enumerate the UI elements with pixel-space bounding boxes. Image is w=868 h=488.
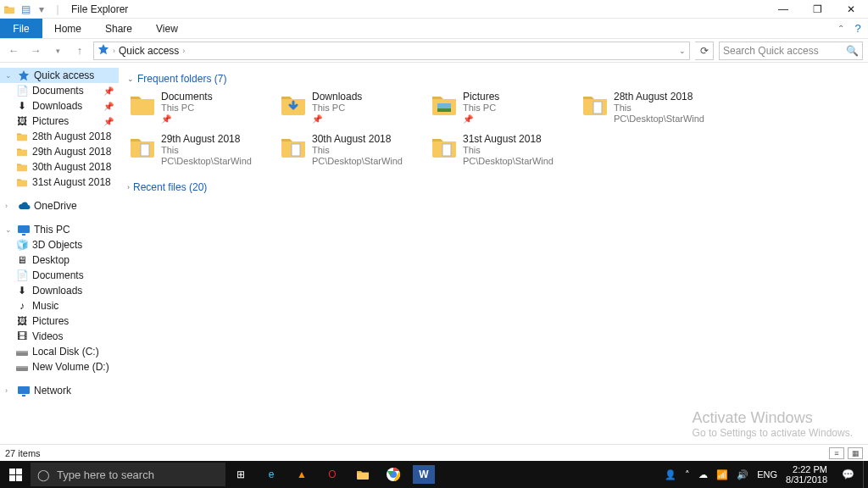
cloud-icon — [17, 200, 31, 212]
taskbar-clock[interactable]: 2:22 PM 8/31/2018 — [781, 464, 832, 485]
close-button[interactable]: ✕ — [834, 0, 868, 19]
taskbar-app-chrome[interactable] — [378, 461, 409, 488]
expand-icon[interactable]: › — [5, 386, 14, 395]
clock-date: 8/31/2018 — [786, 474, 827, 485]
sidebar-this-pc[interactable]: ⌄ This PC — [0, 222, 119, 237]
folder-item[interactable]: 30th August 2018 This PC\Desktop\StarWin… — [278, 132, 419, 169]
taskbar-search[interactable]: ◯ Type here to search — [31, 463, 225, 486]
details-view-button[interactable]: ≡ — [829, 447, 844, 459]
sidebar-item-label: Documents — [32, 269, 84, 281]
sidebar-item-label: Local Disk (C:) — [32, 346, 99, 358]
taskbar-app-word[interactable]: W — [413, 465, 435, 484]
folder-icon — [129, 92, 156, 119]
watermark-sub: Go to Settings to activate Windows. — [693, 427, 853, 439]
3d-icon: 🧊 — [15, 239, 29, 251]
start-button[interactable] — [0, 461, 31, 488]
sidebar-item-desktop[interactable]: 🖥 Desktop — [0, 252, 119, 268]
folder-icon — [280, 134, 307, 161]
sidebar-onedrive[interactable]: › OneDrive — [0, 198, 119, 214]
sidebar-item-videos[interactable]: 🎞 Videos — [0, 329, 119, 344]
sidebar-item-local-disk-c-[interactable]: Local Disk (C:) — [0, 344, 119, 359]
chevron-right-icon: › — [127, 183, 130, 191]
pin-icon: 📌 — [103, 102, 114, 111]
sidebar-item-label: Quick access — [34, 69, 94, 81]
tab-view[interactable]: View — [144, 19, 190, 38]
sidebar-item-label: Downloads — [32, 100, 82, 112]
network-icon — [17, 385, 31, 396]
folder-icon — [15, 147, 29, 157]
drive-icon — [15, 346, 29, 358]
qat-new-folder-icon[interactable]: ▾ — [35, 3, 48, 16]
tray-overflow-button[interactable]: ˄ — [685, 469, 690, 480]
folder-icon — [581, 92, 609, 119]
network-tray-icon[interactable]: 📶 — [716, 469, 728, 480]
breadcrumb[interactable]: Quick access — [119, 45, 179, 57]
folder-item[interactable]: Documents This PC 📌 — [127, 90, 268, 127]
taskbar-app-edge[interactable]: e — [256, 461, 287, 488]
sidebar-item-folder[interactable]: 28th August 2018 — [0, 129, 119, 144]
group-frequent-folders[interactable]: ⌄ Frequent folders (7) — [127, 73, 860, 85]
folder-item[interactable]: 29th August 2018 This PC\Desktop\StarWin… — [127, 132, 268, 169]
onedrive-tray-icon[interactable]: ☁ — [698, 469, 708, 480]
people-icon[interactable]: 👤 — [665, 469, 676, 480]
sidebar-item-documents[interactable]: 📄 Documents 📌 — [0, 83, 119, 98]
action-center-button[interactable]: 💬 — [832, 461, 863, 488]
breadcrumb-separator: › — [113, 47, 115, 55]
pic-icon: 🖼 — [15, 315, 29, 327]
sidebar-network[interactable]: › Network — [0, 383, 119, 398]
sidebar-item-label: This PC — [34, 224, 70, 236]
language-indicator[interactable]: ENG — [757, 469, 777, 480]
folder-location: This PC\Desktop\StarWind — [161, 145, 266, 167]
breadcrumb-separator[interactable]: › — [182, 47, 185, 55]
sidebar-item-folder[interactable]: 30th August 2018 — [0, 159, 119, 175]
address-bar[interactable]: › Quick access › ⌄ — [93, 42, 690, 60]
sidebar-item-new-volume-d-[interactable]: New Volume (D:) — [0, 359, 119, 374]
sidebar-item-downloads[interactable]: ⬇ Downloads — [0, 283, 119, 298]
chevron-down-icon: ⌄ — [127, 75, 134, 83]
sidebar-item-pictures[interactable]: 🖼 Pictures 📌 — [0, 114, 119, 129]
sidebar-item-3d-objects[interactable]: 🧊 3D Objects — [0, 237, 119, 252]
sidebar-item-documents[interactable]: 📄 Documents — [0, 268, 119, 283]
volume-tray-icon[interactable]: 🔊 — [737, 469, 748, 480]
clock-time: 2:22 PM — [793, 464, 827, 474]
file-tab[interactable]: File — [0, 19, 42, 38]
sidebar-item-pictures[interactable]: 🖼 Pictures — [0, 313, 119, 329]
folder-item[interactable]: Pictures This PC 📌 — [429, 90, 570, 127]
sidebar-item-folder[interactable]: 31st August 2018 — [0, 175, 119, 190]
maximize-button[interactable]: ❐ — [800, 0, 834, 19]
sidebar-quick-access[interactable]: ⌄ Quick access — [0, 68, 119, 83]
folder-location: This PC — [161, 103, 213, 114]
show-desktop-button[interactable] — [863, 461, 868, 488]
sidebar-item-folder[interactable]: 29th August 2018 — [0, 144, 119, 159]
recent-locations-button[interactable]: ▾ — [49, 42, 66, 59]
expand-icon[interactable]: › — [5, 202, 14, 210]
minimize-button[interactable]: — — [766, 0, 800, 19]
help-button[interactable]: ? — [848, 19, 868, 38]
pin-icon: 📌 — [312, 114, 362, 125]
folder-item[interactable]: Downloads This PC 📌 — [278, 90, 419, 127]
app-icon — [3, 3, 16, 16]
qat-properties-icon[interactable]: ▤ — [19, 3, 32, 16]
expand-icon[interactable]: ⌄ — [5, 225, 14, 234]
group-recent-files[interactable]: › Recent files (20) — [127, 181, 860, 193]
ribbon-collapse-button[interactable]: ⌃ — [834, 19, 848, 38]
forward-button[interactable]: → — [27, 42, 44, 59]
expand-icon[interactable]: ⌄ — [5, 71, 14, 80]
sidebar-item-music[interactable]: ♪ Music — [0, 298, 119, 313]
task-view-button[interactable]: ⊞ — [225, 461, 256, 488]
icons-view-button[interactable]: ▦ — [848, 447, 863, 459]
tab-home[interactable]: Home — [42, 19, 93, 38]
taskbar-app-opera[interactable]: O — [317, 461, 348, 488]
back-button[interactable]: ← — [5, 42, 22, 59]
taskbar-app-vlc[interactable]: ▲ — [287, 461, 317, 488]
sidebar-item-downloads[interactable]: ⬇ Downloads 📌 — [0, 98, 119, 114]
folder-item[interactable]: 28th August 2018 This PC\Desktop\StarWin… — [580, 90, 721, 127]
taskbar-app-explorer[interactable] — [348, 461, 378, 488]
refresh-button[interactable]: ⟳ — [695, 42, 714, 60]
up-button[interactable]: ↑ — [71, 42, 88, 59]
address-dropdown[interactable]: ⌄ — [679, 47, 686, 55]
folder-name: 31st August 2018 — [463, 134, 568, 145]
tab-share[interactable]: Share — [93, 19, 144, 38]
folder-item[interactable]: 31st August 2018 This PC\Desktop\StarWin… — [429, 132, 570, 169]
search-box[interactable]: Search Quick access 🔍 — [719, 42, 863, 60]
